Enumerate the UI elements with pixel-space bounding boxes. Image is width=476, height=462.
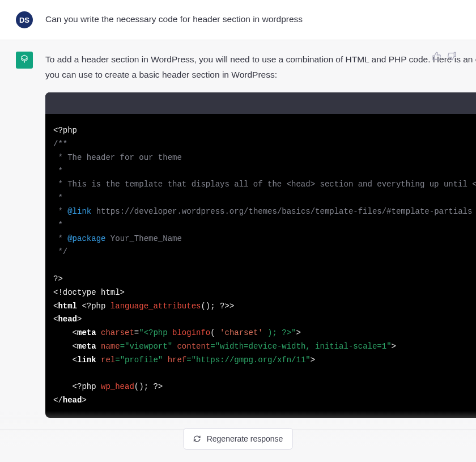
code-header: Copy code <box>45 92 476 114</box>
openai-logo-icon <box>18 54 31 66</box>
user-message: DS Can you write the necessary code for … <box>0 0 476 40</box>
regenerate-label: Regenerate response <box>207 434 283 443</box>
user-avatar: DS <box>16 11 33 28</box>
assistant-body: To add a header section in WordPress, yo… <box>45 52 476 418</box>
assistant-intro-text: To add a header section in WordPress, yo… <box>45 52 476 82</box>
user-avatar-initials: DS <box>19 16 29 24</box>
code-content: <?php /** * The header for our theme * *… <box>45 114 476 418</box>
assistant-message: To add a header section in WordPress, yo… <box>0 40 476 430</box>
assistant-avatar <box>16 52 33 69</box>
code-block: Copy code <?php /** * The header for our… <box>45 92 476 418</box>
refresh-icon <box>193 435 201 443</box>
thumbs-down-icon[interactable] <box>448 52 457 61</box>
user-message-text: Can you write the necessary code for hea… <box>45 11 460 28</box>
thumbs-up-icon[interactable] <box>432 52 441 61</box>
regenerate-response-button[interactable]: Regenerate response <box>184 428 293 450</box>
feedback-controls <box>432 52 457 61</box>
